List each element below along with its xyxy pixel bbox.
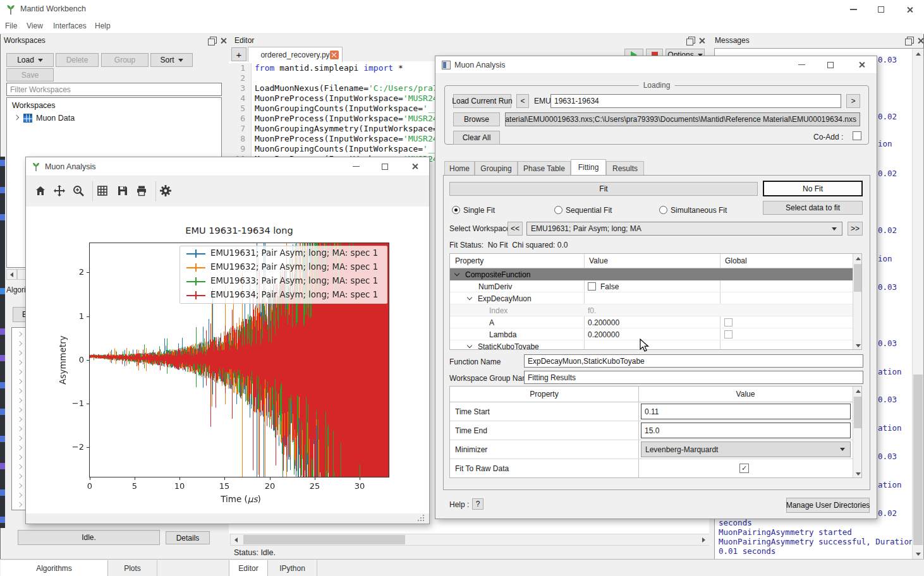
minimize-button[interactable]	[342, 157, 370, 176]
file-path-field[interactable]: eference Material\EMU00019633.nxs;C:\Use…	[505, 112, 860, 126]
tab-grouping[interactable]: Grouping	[475, 161, 518, 175]
algorithm-category-expander-icon[interactable]	[17, 445, 22, 450]
table-vscrollbar[interactable]	[853, 254, 862, 350]
menu-help[interactable]: Help	[95, 21, 111, 30]
workspace-next-button[interactable]: >>	[848, 222, 863, 236]
table-row[interactable]: Index f0.	[450, 304, 853, 316]
save-button[interactable]: Save	[6, 68, 54, 81]
maximize-button[interactable]	[816, 56, 845, 73]
simultaneous-fit-radio[interactable]	[659, 206, 667, 214]
algorithm-category-expander-icon[interactable]	[17, 426, 22, 431]
scroll-down-button[interactable]	[853, 341, 862, 350]
algorithm-category-expander-icon[interactable]	[17, 351, 22, 356]
editor-file-tab[interactable]: ordered_recovery.py	[248, 47, 343, 62]
help-button[interactable]: ?	[472, 498, 483, 510]
scroll-left-button[interactable]	[6, 269, 17, 280]
function-name-input[interactable]: ExpDecayMuon,StaticKuboToyabe	[524, 354, 863, 368]
browse-button[interactable]: Browse	[453, 112, 500, 126]
filter-workspaces-input[interactable]: Filter Workspaces	[6, 83, 222, 96]
table-row[interactable]: ExpDecayMuon	[450, 292, 853, 304]
print-icon[interactable]	[135, 184, 148, 197]
select-data-to-fit-button[interactable]: Select data to fit	[763, 201, 863, 215]
algorithm-category-expander-icon[interactable]	[17, 502, 22, 507]
run-number-input[interactable]: 19631-19634	[550, 94, 841, 108]
close-panel-icon[interactable]	[698, 37, 705, 44]
fit-button[interactable]: Fit	[449, 182, 758, 196]
sort-button[interactable]: Sort	[150, 53, 193, 67]
algorithm-category-expander-icon[interactable]	[17, 417, 22, 422]
previous-run-button[interactable]: <	[516, 94, 529, 108]
scroll-up-button[interactable]	[853, 254, 862, 263]
horizontal-scrollbar-track[interactable]	[17, 269, 26, 280]
tab-fitting[interactable]: Fitting	[571, 159, 606, 175]
scrollbar-thumb[interactable]	[243, 535, 405, 544]
algorithm-category-expander-icon[interactable]	[17, 388, 22, 393]
no-fit-button[interactable]: No Fit	[763, 181, 863, 196]
algorithm-category-expander-icon[interactable]	[17, 493, 22, 498]
algorithm-category-expander-icon[interactable]	[17, 455, 22, 460]
numderiv-checkbox[interactable]	[588, 282, 596, 291]
new-tab-button[interactable]: +	[231, 47, 246, 61]
minimize-button[interactable]	[839, 0, 867, 19]
workspace-prev-button[interactable]: <<	[508, 222, 523, 236]
scroll-up-button[interactable]	[853, 387, 862, 396]
time-start-input[interactable]: 0.11	[641, 404, 851, 419]
algorithm-category-expander-icon[interactable]	[17, 464, 22, 469]
single-fit-radio[interactable]	[452, 206, 460, 214]
global-checkbox[interactable]	[724, 330, 733, 339]
algorithm-category-expander-icon[interactable]	[17, 332, 22, 337]
algorithm-category-expander-icon[interactable]	[17, 407, 22, 412]
collapse-chevron-icon[interactable]	[467, 343, 472, 348]
menu-view[interactable]: View	[27, 21, 43, 30]
tree-item-muon-data[interactable]: Muon Data	[7, 112, 221, 124]
table-row[interactable]: CompositeFunction	[450, 268, 853, 280]
algorithm-progress-button[interactable]: Idle.	[18, 530, 160, 545]
scroll-up-button[interactable]	[913, 49, 923, 59]
tab-editor[interactable]: Editor	[229, 560, 268, 576]
plot-legend[interactable]: EMU19631; Pair Asym; long; MA: spec 1 EM…	[179, 246, 387, 304]
pan-icon[interactable]	[53, 184, 66, 197]
messages-vscrollbar[interactable]	[912, 49, 923, 559]
algorithm-category-expander-icon[interactable]	[17, 483, 22, 488]
co-add-checkbox[interactable]	[853, 131, 861, 140]
scroll-down-button[interactable]	[853, 469, 862, 478]
algorithm-category-expander-icon[interactable]	[17, 341, 22, 346]
fit-to-raw-data-checkbox[interactable]: ✓	[739, 464, 749, 473]
scroll-down-button[interactable]	[913, 549, 923, 559]
workspace-group-name-input[interactable]: Fitting Results	[524, 371, 863, 384]
time-end-input[interactable]: 15.0	[641, 423, 851, 438]
scrollbar-thumb[interactable]	[854, 397, 862, 428]
menu-interfaces[interactable]: Interfaces	[53, 21, 87, 30]
group-button[interactable]: Group	[101, 53, 149, 67]
scrollbar-thumb[interactable]	[854, 264, 862, 292]
algorithm-category-expander-icon[interactable]	[17, 398, 22, 403]
load-current-run-button[interactable]: Load Current Run	[453, 94, 511, 108]
tab-plots[interactable]: Plots	[108, 560, 157, 576]
float-panel-icon[interactable]	[208, 37, 216, 44]
details-button[interactable]: Details	[166, 531, 210, 544]
gear-icon[interactable]	[159, 184, 172, 197]
expand-chevron-icon[interactable]	[14, 115, 19, 120]
tab-phase-table[interactable]: Phase Table	[518, 161, 571, 175]
scroll-left-button[interactable]	[231, 534, 241, 545]
collapse-chevron-icon[interactable]	[454, 271, 459, 276]
close-button[interactable]	[895, 0, 924, 19]
tab-home[interactable]: Home	[444, 161, 475, 175]
float-panel-icon[interactable]	[905, 37, 913, 44]
close-panel-icon[interactable]	[220, 37, 227, 44]
scroll-right-button[interactable]	[698, 534, 709, 545]
algorithm-category-expander-icon[interactable]	[17, 474, 22, 479]
algorithm-category-expander-icon[interactable]	[17, 379, 22, 384]
tab-algorithms[interactable]: Algorithms	[1, 560, 108, 576]
zoom-icon[interactable]	[72, 184, 85, 197]
minimize-button[interactable]	[787, 56, 816, 73]
workspace-combobox[interactable]: EMU19631; Pair Asym; long; MA	[526, 222, 842, 236]
menu-file[interactable]: File	[5, 21, 17, 30]
table-row[interactable]: NumDeriv False	[450, 280, 853, 292]
collapse-chevron-icon[interactable]	[467, 295, 472, 300]
manage-user-directories-button[interactable]: Manage User Directories	[786, 498, 870, 513]
load-button[interactable]: Load	[6, 53, 54, 67]
scrollbar-thumb[interactable]	[913, 375, 923, 545]
close-tab-icon[interactable]	[330, 51, 339, 59]
algorithm-category-expander-icon[interactable]	[17, 369, 22, 375]
